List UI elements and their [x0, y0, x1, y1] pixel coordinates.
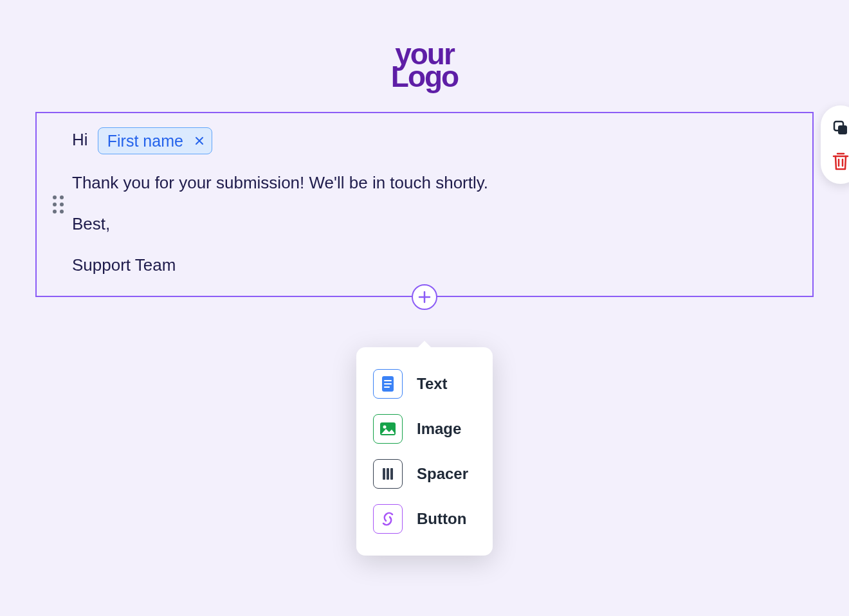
image-icon	[373, 414, 403, 444]
variable-chip-first-name[interactable]: First name	[98, 127, 212, 154]
copy-icon	[831, 118, 849, 138]
variable-chip-label: First name	[107, 129, 183, 152]
add-block-menu: Text Image Spacer	[356, 347, 493, 556]
logo-line-2: Logo	[391, 64, 458, 89]
menu-item-image[interactable]: Image	[373, 406, 476, 451]
menu-item-button[interactable]: Button	[373, 496, 476, 541]
svg-rect-10	[390, 468, 393, 480]
greeting-prefix: Hi	[72, 130, 88, 149]
add-block-button[interactable]	[412, 284, 437, 310]
duplicate-button[interactable]	[830, 117, 849, 139]
svg-rect-9	[387, 468, 389, 480]
trash-icon	[831, 151, 849, 172]
button-icon	[373, 504, 403, 534]
editor-wrapper: Hi First name Thank you for your submiss…	[35, 112, 814, 296]
svg-rect-1	[838, 125, 847, 134]
spacer-icon	[373, 459, 403, 489]
popup-arrow	[417, 341, 432, 349]
drag-handle[interactable]	[53, 195, 64, 213]
close-icon[interactable]	[195, 134, 204, 147]
signature-line: Support Team	[72, 253, 777, 278]
menu-item-text[interactable]: Text	[373, 361, 476, 406]
menu-item-label: Spacer	[417, 465, 468, 483]
svg-rect-8	[383, 468, 385, 480]
logo-container: your Logo	[0, 0, 849, 112]
menu-item-label: Text	[417, 375, 448, 393]
greeting-line: Hi First name	[72, 127, 777, 154]
body-line: Thank you for your submission! We'll be …	[72, 171, 777, 195]
signoff-line: Best,	[72, 212, 777, 237]
menu-item-spacer[interactable]: Spacer	[373, 451, 476, 496]
svg-point-7	[383, 426, 387, 429]
block-toolbar	[821, 105, 849, 184]
delete-button[interactable]	[830, 150, 849, 172]
menu-item-label: Image	[417, 420, 461, 438]
logo: your Logo	[391, 42, 458, 89]
text-block[interactable]: Hi First name Thank you for your submiss…	[35, 112, 814, 296]
plus-icon	[417, 290, 432, 304]
text-content[interactable]: Hi First name Thank you for your submiss…	[72, 127, 777, 277]
menu-item-label: Button	[417, 510, 466, 528]
text-icon	[373, 369, 403, 399]
